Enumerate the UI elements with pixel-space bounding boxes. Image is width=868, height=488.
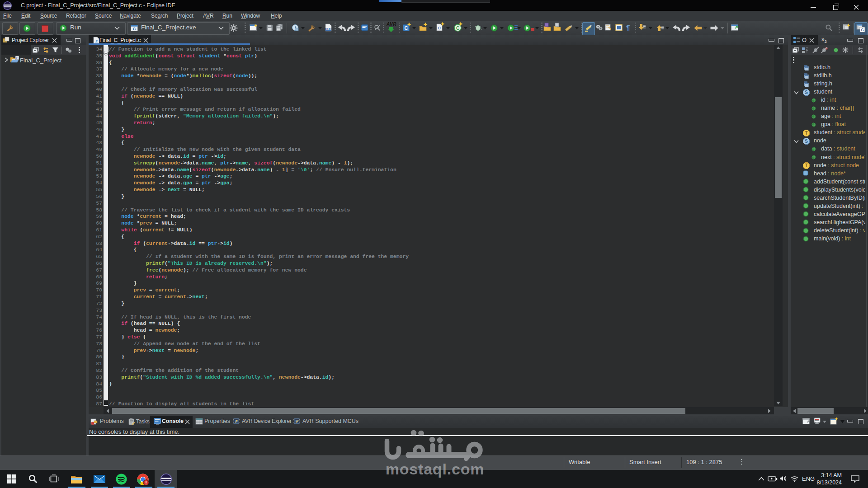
svg-text:S: S — [805, 90, 808, 95]
svg-text:S: S — [805, 139, 808, 144]
svg-text:T: T — [805, 163, 807, 168]
svg-text:C: C — [861, 28, 863, 32]
svg-text:.c: .c — [94, 39, 98, 43]
svg-text:mostaql.com: mostaql.com — [386, 460, 485, 478]
svg-text:C: C — [133, 27, 136, 31]
svg-text:T: T — [805, 131, 807, 136]
svg-text:010: 010 — [326, 28, 331, 31]
svg-text:C: C — [16, 56, 19, 60]
svg-text:C: C — [456, 26, 459, 31]
svg-text:C: C — [438, 26, 441, 30]
